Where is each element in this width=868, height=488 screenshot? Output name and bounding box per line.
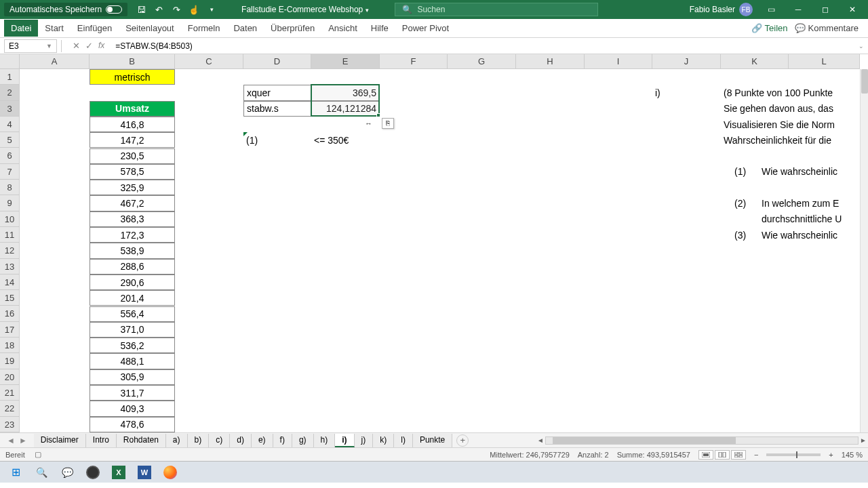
cell-b17[interactable]: 371,0 <box>90 322 175 338</box>
row-header-16[interactable]: 16 <box>0 306 20 321</box>
col-header-D[interactable]: D <box>243 54 311 69</box>
record-macro-icon[interactable]: ▢ <box>35 450 41 459</box>
cell-i-label[interactable]: i) <box>652 85 663 100</box>
cell-b21[interactable]: 311,7 <box>90 385 175 401</box>
account-button[interactable]: Fabio Basler FB <box>690 3 753 16</box>
sheet-tab-intro[interactable]: Intro <box>86 434 117 447</box>
tab-hilfe[interactable]: Hilfe <box>364 20 395 37</box>
horizontal-scrollbar[interactable] <box>545 436 859 445</box>
row-header-9[interactable]: 9 <box>0 195 20 211</box>
zoom-level[interactable]: 145 % <box>842 451 863 459</box>
hscroll-right-icon[interactable]: ► <box>859 436 868 444</box>
cell-b9[interactable]: 467,2 <box>90 195 175 211</box>
row-header-13[interactable]: 13 <box>0 259 20 274</box>
scrollbar-thumb[interactable] <box>861 69 868 94</box>
cell-b20[interactable]: 305,9 <box>90 369 175 385</box>
hscroll-left-icon[interactable]: ◄ <box>536 436 545 444</box>
cell-b3-umsatz[interactable]: Umsatz <box>90 101 175 117</box>
ribbon-display-icon[interactable]: ▭ <box>762 3 780 16</box>
cell-right-line1[interactable]: (8 Punkte von 100 Punkte <box>721 85 835 100</box>
row-header-10[interactable]: 10 <box>0 211 20 227</box>
cell-e5[interactable]: <= 350€ <box>311 132 380 148</box>
sheet-tab-f[interactable]: f) <box>273 434 292 447</box>
page-layout-view-button[interactable] <box>715 450 730 460</box>
row-header-14[interactable]: 14 <box>0 274 20 290</box>
tab-power-pivot[interactable]: Power Pivot <box>395 20 456 37</box>
add-sheet-button[interactable]: + <box>456 434 469 447</box>
cell-b8[interactable]: 325,9 <box>90 180 175 195</box>
sheet-tab-punkte[interactable]: Punkte <box>413 434 452 447</box>
sheet-tab-i[interactable]: i) <box>335 434 354 447</box>
touch-mode-icon[interactable]: ☝ <box>189 4 199 15</box>
cell-b14[interactable]: 290,6 <box>90 274 175 290</box>
autosave-toggle[interactable]: Automatisches Speichern <box>4 3 127 16</box>
tab-einfuegen[interactable]: Einfügen <box>71 20 119 37</box>
cell-b13[interactable]: 288,6 <box>90 259 175 274</box>
row-header-15[interactable]: 15 <box>0 290 20 306</box>
cell-e2-value[interactable]: 369,5 <box>311 85 380 100</box>
taskbar-search-icon[interactable]: 🔍 <box>30 464 53 481</box>
zoom-out-button[interactable]: − <box>754 451 758 459</box>
zoom-in-button[interactable]: + <box>829 451 833 459</box>
cell-e3-value[interactable]: 124,121284 <box>311 101 380 117</box>
row-header-23[interactable]: 23 <box>0 417 20 432</box>
sheet-nav-next-icon[interactable]: ► <box>18 436 28 445</box>
tab-start[interactable]: Start <box>38 20 70 37</box>
taskbar-obs[interactable] <box>81 464 104 481</box>
tab-ansicht[interactable]: Ansicht <box>321 20 364 37</box>
cell-b15[interactable]: 201,4 <box>90 290 175 306</box>
save-icon[interactable]: 🖫 <box>136 4 146 15</box>
sheet-tab-rohdaten[interactable]: Rohdaten <box>117 434 166 447</box>
row-header-7[interactable]: 7 <box>0 164 20 180</box>
sheet-nav-prev-icon[interactable]: ◄ <box>5 436 16 445</box>
sheet-tab-e[interactable]: e) <box>252 434 273 447</box>
zoom-slider[interactable] <box>766 453 821 456</box>
search-box[interactable]: 🔍 Suchen <box>395 3 598 16</box>
row-header-17[interactable]: 17 <box>0 322 20 338</box>
name-box[interactable]: E3 ▼ <box>4 39 57 53</box>
cell-b12[interactable]: 538,9 <box>90 243 175 258</box>
comments-button[interactable]: 💬 Kommentare <box>795 23 859 33</box>
tab-formeln[interactable]: Formeln <box>181 20 227 37</box>
sheet-tab-d[interactable]: d) <box>230 434 252 447</box>
col-header-A[interactable]: A <box>20 54 90 69</box>
sheet-tab-g[interactable]: g) <box>292 434 314 447</box>
row-header-2[interactable]: 2 <box>0 85 20 100</box>
row-header-12[interactable]: 12 <box>0 243 20 258</box>
row-header-19[interactable]: 19 <box>0 353 20 369</box>
row-header-20[interactable]: 20 <box>0 369 20 385</box>
row-header-8[interactable]: 8 <box>0 180 20 195</box>
sheet-tab-disclaimer[interactable]: Disclaimer <box>34 434 86 447</box>
cell-b1-metrisch[interactable]: metrisch <box>90 69 175 85</box>
sheet-tab-c[interactable]: c) <box>209 434 230 447</box>
cells-area[interactable]: metrischUmsatz416,8147,2230,5578,5325,94… <box>20 69 860 432</box>
row-header-3[interactable]: 3 <box>0 101 20 117</box>
cell-b5[interactable]: 147,2 <box>90 132 175 148</box>
sheet-tab-a[interactable]: a) <box>166 434 188 447</box>
fx-icon[interactable]: fx <box>98 41 104 51</box>
cancel-formula-icon[interactable]: ✕ <box>73 41 80 51</box>
col-header-I[interactable]: I <box>585 54 652 69</box>
cell-d2-xquer[interactable]: xquer <box>243 85 311 100</box>
row-header-18[interactable]: 18 <box>0 338 20 353</box>
row-header-6[interactable]: 6 <box>0 148 20 163</box>
col-header-L[interactable]: L <box>789 54 860 69</box>
col-header-E[interactable]: E <box>311 54 380 69</box>
cell-right-line2[interactable]: Sie gehen davon aus, das <box>721 101 836 117</box>
accept-formula-icon[interactable]: ✓ <box>85 41 93 51</box>
cell-right-line3[interactable]: Visualisieren Sie die Norm <box>721 117 837 132</box>
undo-icon[interactable]: ↶ <box>153 4 164 15</box>
col-header-K[interactable]: K <box>721 54 789 69</box>
tab-daten[interactable]: Daten <box>226 20 264 37</box>
formula-input[interactable]: =STABW.S(B4:B503) <box>111 41 854 51</box>
row-header-11[interactable]: 11 <box>0 227 20 243</box>
tab-seitenlayout[interactable]: Seitenlayout <box>119 20 181 37</box>
col-header-F[interactable]: F <box>380 54 448 69</box>
cell-b23[interactable]: 478,6 <box>90 417 175 432</box>
page-break-view-button[interactable] <box>731 450 746 460</box>
vertical-scrollbar[interactable] <box>860 69 868 432</box>
qat-dropdown-icon[interactable]: ▾ <box>206 4 217 15</box>
quick-analysis-button[interactable]: ⎘ <box>382 118 394 129</box>
row-header-1[interactable]: 1 <box>0 69 20 85</box>
cell-b6[interactable]: 230,5 <box>90 148 175 164</box>
